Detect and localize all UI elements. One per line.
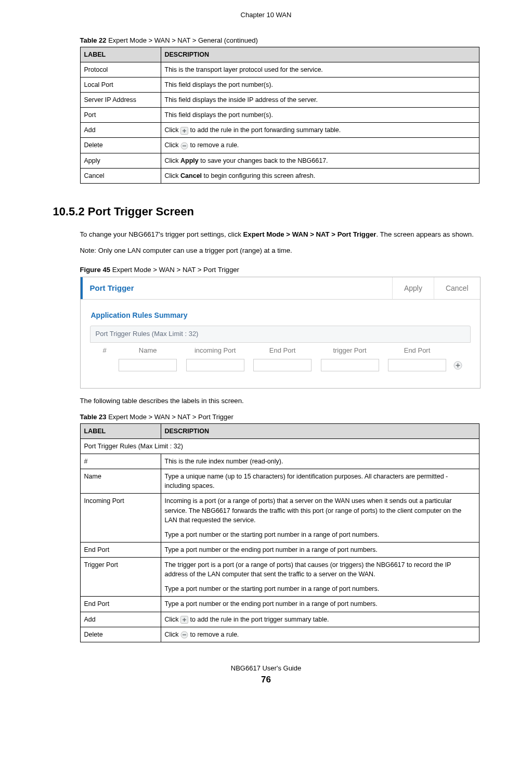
- table-row-span: Port Trigger Rules (Max Limit : 32): [80, 438, 479, 454]
- cell-desc: Click to add the rule in the port trigge…: [161, 612, 479, 627]
- ss-rulebar: Port Trigger Rules (Max Limit : 32): [90, 326, 471, 343]
- ss-input-row: [90, 358, 471, 377]
- table23-caption: Table 23 Expert Mode > WAN > NAT > Port …: [80, 412, 479, 422]
- ss-subtitle: Application Rules Summary: [91, 310, 471, 320]
- cell-desc: Type a unique name (up to 15 characters)…: [161, 469, 479, 494]
- port-trigger-screenshot: Port Trigger Apply Cancel Application Ru…: [80, 277, 481, 389]
- figure-caption: Figure 45 Expert Mode > WAN > NAT > Port…: [80, 265, 479, 275]
- table-row: Incoming Port Incoming is a port (or a r…: [80, 494, 479, 543]
- table23: LABEL DESCRIPTION Port Trigger Rules (Ma…: [80, 423, 479, 642]
- cell-desc: This field displays the port number(s).: [161, 77, 479, 92]
- trigger-port-input[interactable]: [321, 359, 379, 371]
- footer-page-number: 76: [53, 673, 479, 687]
- table-row: Add Click to add the rule in the port fo…: [80, 123, 479, 138]
- cell-label: Delete: [80, 627, 161, 642]
- incoming-port-input[interactable]: [186, 359, 244, 371]
- col-endport2: End Port: [383, 346, 450, 356]
- section-heading: 10.5.2 Port Trigger Screen: [53, 203, 479, 220]
- table-row: End Port Type a port number or the endin…: [80, 597, 479, 612]
- section-para1: To change your NBG6617's trigger port se…: [80, 229, 479, 239]
- end-port-input[interactable]: [253, 359, 312, 371]
- table-row: Trigger Port The trigger port is a port …: [80, 558, 479, 597]
- table-row: End Port Type a port number or the endin…: [80, 542, 479, 557]
- table-row: Local Port This field displays the port …: [80, 77, 479, 92]
- ss-column-headers: # Name incoming Port End Port trigger Po…: [90, 343, 471, 358]
- minus-icon: [180, 631, 188, 639]
- cell-desc: This is the transport layer protocol use…: [161, 62, 479, 77]
- cell-label: Delete: [80, 138, 161, 153]
- cell-desc: This is the rule index number (read-only…: [161, 454, 479, 469]
- footer-guide: NBG6617 User's Guide: [53, 663, 479, 674]
- plus-icon: [180, 616, 188, 624]
- ss-header: Port Trigger Apply Cancel: [81, 277, 480, 300]
- cell-label: Cancel: [80, 168, 161, 183]
- cell-label: End Port: [80, 542, 161, 557]
- cell-desc: Click Apply to save your changes back to…: [161, 153, 479, 168]
- add-rule-icon[interactable]: [453, 361, 462, 370]
- cell-label: Incoming Port: [80, 494, 161, 543]
- table23-block: Table 23 Expert Mode > WAN > NAT > Port …: [80, 412, 479, 642]
- minus-icon: [180, 142, 188, 150]
- cell-desc: Type a port number or the ending port nu…: [161, 542, 479, 557]
- cell-label: #: [80, 454, 161, 469]
- col-name: Name: [114, 346, 181, 356]
- table22: LABEL DESCRIPTION Protocol This is the t…: [80, 47, 479, 184]
- page-footer: NBG6617 User's Guide 76: [53, 663, 479, 687]
- apply-button[interactable]: Apply: [392, 277, 434, 299]
- cell-desc: This field displays the port number(s).: [161, 108, 479, 123]
- cell-desc: Type a port number or the ending port nu…: [161, 597, 479, 612]
- table22-head-desc: DESCRIPTION: [161, 47, 479, 62]
- plus-icon: [180, 127, 188, 135]
- table-row: Protocol This is the transport layer pro…: [80, 62, 479, 77]
- table23-caption-rest: Expert Mode > WAN > NAT > Port Trigger: [107, 413, 233, 421]
- table23-head-label: LABEL: [80, 423, 161, 438]
- table-row: Server IP Address This field displays th…: [80, 93, 479, 108]
- cell-label: Name: [80, 469, 161, 494]
- table-row: Delete Click to remove a rule.: [80, 138, 479, 153]
- cell-label: Add: [80, 612, 161, 627]
- name-input[interactable]: [119, 359, 177, 371]
- cell-desc: Click Cancel to begin configuring this s…: [161, 168, 479, 183]
- cancel-button[interactable]: Cancel: [434, 277, 480, 299]
- cell-desc: Incoming is a port (or a range of ports)…: [161, 494, 479, 543]
- section-note: Note: Only one LAN computer can use a tr…: [80, 246, 479, 255]
- table-row: Name Type a unique name (up to 15 charac…: [80, 469, 479, 494]
- col-endport: End Port: [249, 346, 316, 356]
- cell-desc: Click to remove a rule.: [161, 627, 479, 642]
- table22-head-label: LABEL: [80, 47, 161, 62]
- end-port2-input[interactable]: [388, 359, 446, 371]
- table-row: Delete Click to remove a rule.: [80, 627, 479, 642]
- table-row: # This is the rule index number (read-on…: [80, 454, 479, 469]
- cell-label: Port: [80, 108, 161, 123]
- cell-desc: This field displays the inside IP addres…: [161, 93, 479, 108]
- cell-desc: The trigger port is a port (or a range o…: [161, 558, 479, 597]
- table22-caption-rest: Expert Mode > WAN > NAT > General (conti…: [107, 36, 258, 44]
- cell-label: Server IP Address: [80, 93, 161, 108]
- table22-caption-bold: Table 22: [80, 36, 107, 44]
- col-trigger: trigger Port: [316, 346, 383, 356]
- table-row: Apply Click Apply to save your changes b…: [80, 153, 479, 168]
- cell-desc: Click to add the rule in the port forwar…: [161, 123, 479, 138]
- cell-span: Port Trigger Rules (Max Limit : 32): [80, 438, 479, 454]
- cell-label: Protocol: [80, 62, 161, 77]
- cell-label: Add: [80, 123, 161, 138]
- chapter-header: Chapter 10 WAN: [53, 10, 479, 20]
- cell-label: End Port: [80, 597, 161, 612]
- table22-block: Table 22 Expert Mode > WAN > NAT > Gener…: [80, 36, 479, 184]
- col-incoming: incoming Port: [181, 346, 249, 356]
- table23-head-desc: DESCRIPTION: [161, 423, 479, 438]
- table-row: Add Click to add the rule in the port tr…: [80, 612, 479, 627]
- cell-label: Trigger Port: [80, 558, 161, 597]
- cell-label: Apply: [80, 153, 161, 168]
- cell-desc: Click to remove a rule.: [161, 138, 479, 153]
- cell-label: Local Port: [80, 77, 161, 92]
- table22-caption: Table 22 Expert Mode > WAN > NAT > Gener…: [80, 36, 479, 46]
- para-after-fig: The following table describes the labels…: [80, 396, 479, 406]
- table-row: Port This field displays the port number…: [80, 108, 479, 123]
- col-num: #: [95, 346, 114, 356]
- ss-title: Port Trigger: [81, 277, 392, 299]
- table23-caption-bold: Table 23: [80, 413, 107, 421]
- table-row: Cancel Click Cancel to begin configuring…: [80, 168, 479, 183]
